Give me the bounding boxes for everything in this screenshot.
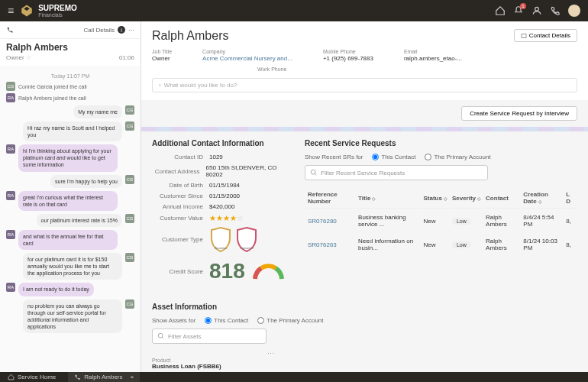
svg-point-0 <box>535 7 539 11</box>
avatar: RA <box>6 283 15 292</box>
footer-home[interactable]: Service Home <box>8 374 56 380</box>
product-label: Product <box>152 358 577 363</box>
col-title[interactable]: Title◇ <box>357 188 420 209</box>
notification-badge: 1 <box>520 3 526 9</box>
radio-assets-contact[interactable]: This Contact <box>205 317 248 324</box>
action-input[interactable]: › What would you like to do? <box>152 78 577 92</box>
ref-link[interactable]: SR076280 <box>306 210 355 232</box>
svg-point-4 <box>311 170 315 174</box>
avatar: RA <box>6 191 15 200</box>
chat-message: RAhi I'm thinking about applying for you… <box>6 144 134 171</box>
avatar: RA <box>6 230 15 239</box>
chat-message: CGsure I'm happy to help you <box>6 175 134 188</box>
filter-requests-input[interactable]: Filter Recent Service Requests <box>305 165 488 180</box>
contact-role: Owner <box>6 54 24 61</box>
product-value: Business Loan (FSBB6) <box>152 363 577 370</box>
chat-message: CGfor our platinum card it is for $150 a… <box>6 253 134 280</box>
table-row[interactable]: SR076280Business banking service ...NewL… <box>306 210 576 232</box>
avatar-cg: CG <box>6 82 15 91</box>
mobile-phone: +1 (925) 699-7883 <box>323 55 373 62</box>
svg-rect-1 <box>522 34 526 37</box>
svg-text:Consumer: Consumer <box>240 246 254 250</box>
avatar: CG <box>125 214 134 223</box>
svg-point-5 <box>158 333 163 338</box>
table-row[interactable]: SR076263Need information on busin...NewL… <box>306 234 576 256</box>
col-last[interactable]: L D <box>564 188 576 209</box>
customer-type-badges: Business Consumer <box>209 226 258 253</box>
business-badge-icon: Business <box>209 226 232 253</box>
contact-name: Ralph Ambers <box>0 39 141 54</box>
avatar: CG <box>125 175 134 184</box>
chat-message: RAI am not ready to do it today <box>6 283 134 296</box>
col-date[interactable]: Creation Date◇ <box>522 188 563 209</box>
more-icon[interactable]: ⋯ <box>152 350 274 358</box>
phone-icon <box>74 374 81 380</box>
call-timer: 01:06 <box>119 54 134 61</box>
avatar: RA <box>6 144 15 154</box>
chat-message: RAand what is the annual fee for that ca… <box>6 230 134 250</box>
id-card-icon <box>521 33 527 39</box>
phone-small-icon <box>6 26 14 34</box>
star-icon[interactable]: ☆ <box>26 54 31 61</box>
assets-title: Asset Information <box>152 303 577 311</box>
avatar-ra: RA <box>6 93 15 102</box>
home-icon <box>8 374 15 380</box>
bell-icon[interactable]: 1 <box>513 5 524 16</box>
chat-message: CGHi raz my name is Scott and I helped y… <box>6 121 134 141</box>
chat-message: RAgreat I'm curious what the interest ra… <box>6 191 134 211</box>
credit-score: 818 <box>209 259 245 283</box>
requests-title: Recent Service Requests <box>305 139 577 147</box>
company-link[interactable]: Acme Commercial Nursery and... <box>202 55 292 62</box>
chat-timestamp: Today 11:07 PM <box>6 73 134 79</box>
brand-logo: SUPREMO Financials <box>20 4 77 18</box>
consumer-badge-icon: Consumer <box>235 226 258 253</box>
brand-sub: Financials <box>38 12 77 18</box>
chat-message: CGno problem you can always go through o… <box>6 299 134 333</box>
customer-since: 01/15/2000 <box>209 193 240 199</box>
radio-this-contact[interactable]: This Contact <box>372 154 415 160</box>
col-status[interactable]: Status◇ <box>422 188 448 209</box>
filter-assets-input[interactable]: Filter Assets <box>152 329 267 344</box>
col-severity[interactable]: Severity◇ <box>451 188 483 209</box>
svg-text:Business: Business <box>215 246 227 250</box>
chat-message: CGour platinum interest rate is 15% <box>6 214 134 227</box>
menu-icon[interactable]: ≡ <box>8 5 14 17</box>
logo-icon <box>20 4 34 18</box>
col-ref[interactable]: Reference Number <box>306 188 355 209</box>
home-icon[interactable] <box>495 5 506 16</box>
contact-details-button[interactable]: Contact Details <box>514 29 577 42</box>
ref-link[interactable]: SR076263 <box>306 234 355 256</box>
brand-name: SUPREMO <box>38 4 77 12</box>
phone-icon[interactable] <box>550 5 561 16</box>
avatar: CG <box>125 121 134 131</box>
requests-table: Reference Number Title◇ Status◇ Severity… <box>305 186 577 257</box>
avatar: CG <box>125 253 134 262</box>
more-icon[interactable]: ⋯ <box>128 27 134 34</box>
customer-value-stars: ★★★★☆ <box>209 214 244 222</box>
date-of-birth: 01/15/1984 <box>209 182 240 189</box>
user-icon[interactable] <box>531 5 542 16</box>
contact-info-title: Additional Contact Information <box>152 139 289 147</box>
avatar: CG <box>125 299 134 309</box>
create-service-request-button[interactable]: Create Service Request by Interview <box>461 106 577 121</box>
search-icon <box>310 169 318 176</box>
chat-message: CGMy my name me <box>6 105 134 118</box>
call-details-label[interactable]: Call Details <box>84 27 115 34</box>
col-contact[interactable]: Contact <box>484 188 520 209</box>
job-title: Owner <box>152 55 172 62</box>
email: ralph.ambers_etao-... <box>404 55 462 62</box>
chevron-right-icon: › <box>159 82 161 89</box>
chat-transcript: Today 11:07 PM CGConnie Garcia joined th… <box>0 66 141 372</box>
footer-tab-contact[interactable]: Ralph Ambers × <box>68 372 140 382</box>
avatar[interactable] <box>568 5 580 17</box>
work-phone-label: Work Phone <box>257 66 286 72</box>
avatar: CG <box>125 105 134 115</box>
contact-id: 1029 <box>209 154 223 160</box>
annual-income: $420,000 <box>209 203 234 210</box>
gauge-icon <box>251 262 286 281</box>
close-icon[interactable]: × <box>131 374 134 380</box>
info-icon[interactable]: i <box>118 26 125 34</box>
radio-primary-account[interactable]: The Primary Account <box>425 154 490 160</box>
radio-assets-account[interactable]: The Primary Account <box>257 317 323 324</box>
contact-address: 650 15th St,DENVER, CO 80202 <box>206 164 290 178</box>
